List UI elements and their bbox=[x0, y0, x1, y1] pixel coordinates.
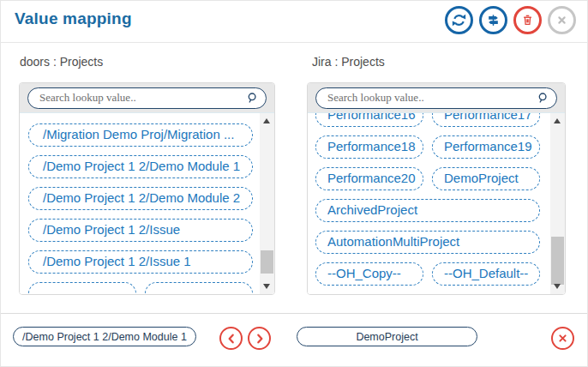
source-scrollbar[interactable] bbox=[260, 113, 274, 294]
header-divider bbox=[1, 42, 587, 43]
lookup-value-pill[interactable]: /Demo Project 1 2/Demo Module 2 bbox=[28, 187, 253, 210]
scrollbar-thumb[interactable] bbox=[261, 250, 273, 274]
scrollbar-thumb[interactable] bbox=[551, 237, 564, 285]
scroll-up-icon[interactable] bbox=[550, 115, 565, 128]
lookup-value-pill[interactable]: Performance20 bbox=[315, 167, 423, 190]
move-right-button[interactable] bbox=[248, 327, 271, 350]
source-panel: /Migration Demo Proj/Migration .../Demo … bbox=[19, 82, 275, 295]
selected-source-pill[interactable]: /Demo Project 1 2/Demo Module 1 bbox=[13, 327, 196, 346]
target-list: Performance16Performance17Performance18P… bbox=[308, 113, 550, 286]
target-list-viewport: Performance16Performance17Performance18P… bbox=[308, 113, 565, 294]
scroll-up-icon[interactable] bbox=[260, 115, 274, 128]
page-title: Value mapping bbox=[15, 9, 132, 28]
refresh-button[interactable] bbox=[445, 6, 473, 34]
delete-button[interactable] bbox=[513, 6, 542, 34]
lookup-value-pill[interactable]: ArchivedProject bbox=[315, 199, 540, 222]
lookup-value-pill[interactable]: /Demo Project 1 2/Demo Module 1 bbox=[28, 155, 253, 178]
x-icon bbox=[556, 332, 569, 345]
lookup-value-pill[interactable]: Performance19 bbox=[432, 135, 540, 159]
target-search-input[interactable] bbox=[315, 87, 557, 109]
toolbar bbox=[445, 6, 576, 34]
chevron-left-icon bbox=[225, 332, 238, 346]
source-panel-label: doors : Projects bbox=[20, 55, 103, 69]
target-panel: Performance16Performance17Performance18P… bbox=[307, 82, 566, 295]
source-list: /Migration Demo Proj/Migration .../Demo … bbox=[20, 113, 274, 294]
source-search-input[interactable] bbox=[27, 87, 267, 109]
target-panel-label: Jira : Projects bbox=[312, 55, 385, 69]
lookup-value-pill[interactable] bbox=[145, 282, 253, 294]
move-left-button[interactable] bbox=[219, 327, 243, 350]
lookup-value-pill[interactable]: Performance16 bbox=[315, 113, 423, 127]
lookup-value-pill[interactable]: /Demo Project 1 2/Issue 1 bbox=[28, 250, 253, 274]
value-mapping-dialog: Value mapping bbox=[0, 0, 588, 367]
lookup-value-pill[interactable]: DemoProject bbox=[432, 167, 540, 190]
scroll-down-icon[interactable] bbox=[260, 280, 274, 292]
lookup-value-pill[interactable]: --OH_Copy-- bbox=[315, 262, 423, 286]
trash-icon bbox=[520, 13, 535, 27]
source-search-bar bbox=[20, 83, 274, 113]
lookup-value-pill[interactable]: AutomationMultiProject bbox=[315, 231, 540, 254]
refresh-icon bbox=[451, 12, 467, 28]
lookup-value-pill[interactable] bbox=[28, 282, 136, 294]
chevron-right-icon bbox=[253, 332, 267, 346]
target-scrollbar[interactable] bbox=[550, 113, 565, 294]
mapping-directions-button[interactable] bbox=[479, 6, 507, 34]
lookup-value-pill[interactable]: /Demo Project 1 2/Issue bbox=[28, 219, 253, 242]
footer-divider bbox=[1, 313, 587, 314]
lookup-value-pill[interactable]: --OH_Default-- bbox=[432, 262, 540, 286]
lookup-value-pill[interactable]: Performance17 bbox=[432, 113, 540, 127]
close-button[interactable] bbox=[548, 6, 576, 34]
close-icon bbox=[555, 14, 568, 27]
lookup-value-pill[interactable]: Performance18 bbox=[315, 135, 423, 159]
source-list-viewport: /Migration Demo Proj/Migration .../Demo … bbox=[20, 113, 274, 294]
scroll-down-icon[interactable] bbox=[550, 280, 565, 292]
remove-mapping-button[interactable] bbox=[551, 327, 574, 350]
target-search-bar bbox=[308, 83, 565, 113]
lookup-value-pill[interactable]: /Migration Demo Proj/Migration ... bbox=[28, 123, 253, 147]
selected-target-pill[interactable]: DemoProject bbox=[297, 327, 477, 346]
signpost-icon bbox=[486, 13, 501, 27]
